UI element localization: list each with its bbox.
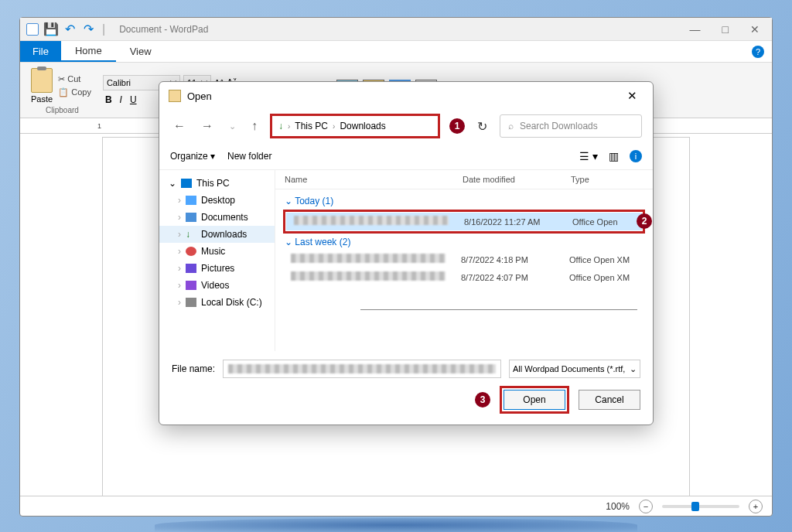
dialog-toolbar: Organize ▾ New folder ☰ ▾ ▥ i xyxy=(159,142,653,170)
open-dialog: Open ✕ ← → ⌄ ↑ ↓ › This PC › Downloads 1… xyxy=(159,81,654,425)
undo-icon[interactable]: ↶ xyxy=(63,23,76,36)
info-badge[interactable]: i xyxy=(630,150,642,162)
cancel-button[interactable]: Cancel xyxy=(579,390,640,410)
tree-pictures[interactable]: ›Pictures xyxy=(159,260,275,277)
open-button[interactable]: Open xyxy=(504,390,565,410)
italic-button[interactable]: I xyxy=(118,94,125,106)
nav-up-button[interactable]: ↑ xyxy=(248,118,261,135)
refresh-button[interactable]: ↻ xyxy=(474,118,490,135)
tab-file[interactable]: File xyxy=(20,41,61,62)
copy-button[interactable]: 📋 Copy xyxy=(56,87,94,98)
breadcrumb-pc[interactable]: This PC xyxy=(295,121,328,131)
col-type[interactable]: Type xyxy=(571,175,644,184)
titlebar: 💾 ↶ ↷ | Document - WordPad — □ ✕ xyxy=(20,18,772,41)
cut-button[interactable]: ✂ Cut xyxy=(56,73,94,85)
dialog-footer: File name: All Wordpad Documents (*.rtf,… xyxy=(159,351,653,425)
save-icon[interactable]: 💾 xyxy=(45,23,57,36)
zoom-slider[interactable] xyxy=(662,505,739,508)
tab-home[interactable]: Home xyxy=(61,41,116,62)
col-date[interactable]: Date modified xyxy=(463,175,571,184)
search-icon: ⌕ xyxy=(508,121,514,131)
dialog-icon xyxy=(169,90,181,102)
clipboard-icon xyxy=(31,68,53,93)
desktop-wallpaper-wave xyxy=(155,518,637,532)
zoom-in-button[interactable]: + xyxy=(749,500,763,513)
col-name[interactable]: Name xyxy=(285,175,463,184)
statusbar: 100% − + xyxy=(20,496,772,516)
organize-button[interactable]: Organize ▾ xyxy=(170,151,215,162)
window-title: Document - WordPad xyxy=(119,24,208,35)
dialog-close-button[interactable]: ✕ xyxy=(621,86,644,106)
annotation-1: 1 xyxy=(449,118,465,134)
redo-icon[interactable]: ↷ xyxy=(82,23,94,36)
zoom-label: 100% xyxy=(606,501,630,512)
breadcrumb-downloads[interactable]: Downloads xyxy=(340,121,385,131)
group-today[interactable]: ⌄ Today (1) xyxy=(283,193,645,210)
minimize-button[interactable]: — xyxy=(690,23,701,36)
close-button[interactable]: ✕ xyxy=(750,23,760,36)
tree-music[interactable]: ›Music xyxy=(159,243,275,260)
tree-downloads[interactable]: ›↓Downloads xyxy=(159,226,275,243)
help-icon[interactable]: ? xyxy=(752,46,764,58)
ribbon-tabs: File Home View ? xyxy=(20,41,772,63)
paste-button[interactable]: Paste xyxy=(31,68,53,104)
file-list: Name Date modified Type ⌄ Today (1) 8/16… xyxy=(275,170,653,351)
dialog-nav: ← → ⌄ ↑ ↓ › This PC › Downloads 1 ↻ ⌕ Se… xyxy=(159,110,653,142)
preview-pane-button[interactable]: ▥ xyxy=(609,150,619,162)
filename-input[interactable] xyxy=(223,360,501,378)
nav-back-button[interactable]: ← xyxy=(170,118,189,135)
annotation-3: 3 xyxy=(475,392,490,408)
zoom-out-button[interactable]: − xyxy=(639,500,653,513)
file-row[interactable]: 8/7/2022 4:18 PM Office Open XM xyxy=(283,251,645,268)
new-folder-button[interactable]: New folder xyxy=(227,151,271,162)
bold-button[interactable]: B xyxy=(103,94,114,106)
tree-documents[interactable]: ›Documents xyxy=(159,209,275,226)
dialog-titlebar: Open ✕ xyxy=(159,82,653,110)
file-row[interactable]: 8/7/2022 4:07 PM Office Open XM xyxy=(283,268,645,286)
maximize-button[interactable]: □ xyxy=(722,23,729,36)
nav-forward-button[interactable]: → xyxy=(198,118,217,135)
file-name-blurred xyxy=(294,216,449,225)
file-name-blurred xyxy=(291,271,446,281)
group-last-week[interactable]: ⌄ Last week (2) xyxy=(283,234,645,251)
view-options-button[interactable]: ☰ ▾ xyxy=(579,150,598,162)
file-name-blurred xyxy=(291,254,446,263)
tab-view[interactable]: View xyxy=(116,41,166,62)
underline-button[interactable]: U xyxy=(128,94,139,106)
clipboard-group-label: Clipboard xyxy=(46,106,79,114)
downloads-icon: ↓ xyxy=(278,121,283,131)
app-icon xyxy=(26,23,39,36)
filename-label: File name: xyxy=(172,363,215,374)
tree-this-pc[interactable]: ⌄This PC xyxy=(159,175,275,192)
nav-dropdown-icon[interactable]: ⌄ xyxy=(226,120,239,133)
breadcrumb[interactable]: ↓ › This PC › Downloads xyxy=(270,114,440,138)
tree-videos[interactable]: ›Videos xyxy=(159,277,275,294)
dialog-title: Open xyxy=(187,90,212,102)
tree-desktop[interactable]: ›Desktop xyxy=(159,192,275,209)
search-input[interactable]: ⌕ Search Downloads xyxy=(500,114,642,138)
annotation-2: 2 xyxy=(637,213,652,229)
filetype-select[interactable]: All Wordpad Documents (*.rtf, ⌄ xyxy=(509,360,640,378)
file-row[interactable]: 8/16/2022 11:27 AM Office Open xyxy=(286,213,642,230)
nav-tree: ⌄This PC ›Desktop ›Documents ›↓Downloads… xyxy=(159,170,275,351)
tree-local-disk[interactable]: ›Local Disk (C:) xyxy=(159,294,275,311)
